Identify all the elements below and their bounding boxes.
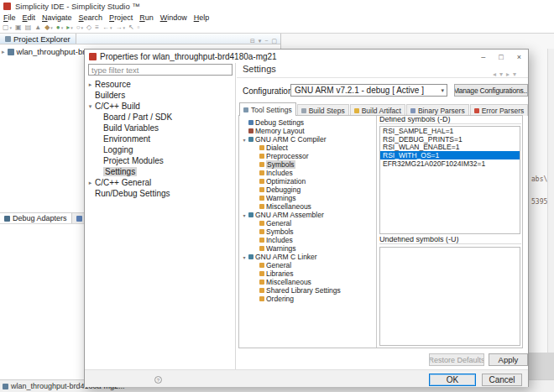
- symbol-list-item[interactable]: RSI_WITH_OS=1: [380, 151, 520, 159]
- add-icon[interactable]: +: [499, 117, 503, 124]
- properties-tree-item[interactable]: Project Modules: [87, 155, 234, 166]
- edit-icon[interactable]: ▪: [504, 237, 506, 244]
- tab-error-parsers[interactable]: Error Parsers: [470, 104, 529, 116]
- menu-edit[interactable]: Edit: [19, 13, 39, 22]
- add-icon[interactable]: +: [499, 237, 503, 244]
- help-icon[interactable]: ?: [154, 376, 162, 384]
- symbol-list-item[interactable]: RSI_WLAN_ENABLE=1: [380, 143, 520, 151]
- properties-tree-item[interactable]: Build Variables: [87, 123, 234, 133]
- delete-icon[interactable]: ×: [509, 237, 512, 244]
- properties-tree-item[interactable]: Board / Part / SDK: [87, 112, 234, 123]
- tool-tree-item[interactable]: Preprocessor: [239, 152, 376, 160]
- tab-debug-adapters[interactable]: Debug Adapters: [0, 213, 72, 223]
- properties-tree-item[interactable]: Environment: [87, 133, 234, 144]
- tool-tree-item[interactable]: General: [239, 219, 376, 227]
- tool-tree-item[interactable]: Libraries: [239, 269, 376, 278]
- properties-tree-item[interactable]: ▾ C/C++ Build: [87, 101, 234, 112]
- tool-tree-item[interactable]: Includes: [239, 169, 376, 177]
- tool-tree-item[interactable]: Ordering: [239, 295, 376, 303]
- tool-tree-item[interactable]: Symbols: [239, 160, 376, 169]
- menu-help[interactable]: Help: [191, 13, 213, 22]
- dialog-close-button[interactable]: ×: [517, 52, 521, 61]
- move-down-icon[interactable]: ↓: [519, 117, 522, 124]
- properties-tree-item[interactable]: Settings: [87, 166, 234, 177]
- properties-tree-item[interactable]: ▸ Resource: [87, 79, 234, 90]
- project-explorer-view-toolbar: ⊟▾−▢: [250, 31, 280, 46]
- delete-icon[interactable]: ×: [509, 117, 512, 124]
- tool-tree-item[interactable]: Debug Settings: [239, 118, 376, 127]
- tool-tree-item[interactable]: ▾ GNU ARM C Compiler: [239, 135, 376, 144]
- move-down-icon[interactable]: ↓: [519, 237, 522, 244]
- open-element-icon[interactable]: ≡: [94, 24, 100, 31]
- collapse-all-icon[interactable]: ⊟: [250, 31, 255, 46]
- apply-button[interactable]: Apply: [489, 353, 528, 366]
- back-icon[interactable]: ←: [102, 24, 113, 31]
- tab-project-explorer[interactable]: Project Explorer: [0, 34, 76, 44]
- maximize-icon[interactable]: ▢: [271, 31, 277, 46]
- tool-tree-item[interactable]: Optimization: [239, 177, 376, 186]
- configuration-select[interactable]: GNU ARM v7.2.1 - debug [ Active ] ▾: [290, 84, 447, 97]
- properties-tree-item[interactable]: Logging: [87, 144, 234, 155]
- dialog-minimize-button[interactable]: –: [481, 52, 485, 61]
- tab-icon: [354, 108, 359, 113]
- expander-icon[interactable]: ▸: [2, 49, 5, 55]
- build-icon[interactable]: ▲: [34, 24, 42, 31]
- new-project-icon[interactable]: ◆: [44, 24, 54, 31]
- tab-binary-parsers[interactable]: Binary Parsers: [406, 104, 469, 116]
- menu-project[interactable]: Project: [106, 13, 136, 22]
- tool-tree-item[interactable]: Includes: [239, 236, 376, 244]
- tool-tree-item[interactable]: Miscellaneous: [239, 202, 376, 211]
- tool-tree-item[interactable]: Warnings: [239, 244, 376, 253]
- symbol-list-item[interactable]: RSI_SAMPLE_HAL=1: [380, 127, 520, 135]
- tool-tree-item[interactable]: Memory Layout: [239, 127, 376, 135]
- tool-icon: [259, 229, 264, 234]
- menu-window[interactable]: Window: [157, 13, 191, 22]
- tool-tree-item[interactable]: Symbols: [239, 227, 376, 236]
- tool-tree-item[interactable]: Warnings: [239, 194, 376, 202]
- properties-tree-item[interactable]: Run/Debug Settings: [87, 188, 234, 199]
- manage-configurations-button[interactable]: Manage Configurations...: [454, 84, 528, 97]
- edit-icon[interactable]: ▪: [504, 117, 506, 124]
- filter-input[interactable]: [88, 64, 233, 76]
- ok-button[interactable]: OK: [429, 374, 476, 386]
- tool-tree-item[interactable]: Debugging: [239, 186, 376, 194]
- debug-icon[interactable]: ●: [55, 24, 64, 31]
- save-icon[interactable]: ▣: [14, 24, 23, 31]
- properties-tree-item[interactable]: ▸ C/C++ General: [87, 177, 234, 188]
- tool-icon: [259, 145, 264, 150]
- undefined-symbols-list[interactable]: [379, 247, 520, 346]
- external-tools-icon[interactable]: ○: [76, 24, 84, 31]
- dialog-maximize-button[interactable]: □: [499, 52, 503, 61]
- last-edit-icon[interactable]: ↖: [128, 24, 135, 31]
- minimize-icon[interactable]: −: [264, 31, 268, 46]
- cancel-button[interactable]: Cancel: [482, 374, 522, 386]
- tool-tree-item[interactable]: ▾ GNU ARM C Linker: [239, 253, 376, 261]
- tool-tree-item[interactable]: General: [239, 261, 376, 269]
- new-wizard-icon[interactable]: ▢: [2, 24, 13, 31]
- tab-build-steps[interactable]: Build Steps: [297, 104, 349, 116]
- symbol-list-item[interactable]: EFR32MG21A020F1024IM32=1: [380, 159, 520, 168]
- menu-search[interactable]: Search: [76, 13, 107, 22]
- save-all-icon[interactable]: ▤: [24, 24, 33, 31]
- menu-run[interactable]: Run: [136, 13, 157, 22]
- move-up-icon[interactable]: ↑: [514, 237, 517, 244]
- menu-navigate[interactable]: Navigate: [39, 13, 76, 22]
- move-up-icon[interactable]: ↑: [514, 117, 517, 124]
- tool-tree-item[interactable]: ▾ GNU ARM Assembler: [239, 211, 376, 219]
- search-icon[interactable]: ◇: [86, 24, 92, 31]
- symbol-list-item[interactable]: RSI_DEBUG_PRINTS=1: [380, 135, 520, 144]
- tab-build-artifact[interactable]: Build Artifact: [350, 104, 405, 116]
- pin-icon[interactable]: ▫: [137, 24, 141, 31]
- tool-tree-item[interactable]: Dialect: [239, 144, 376, 152]
- properties-tree-item[interactable]: Builders: [87, 90, 234, 101]
- editor-scrollbar[interactable]: [547, 49, 554, 353]
- project-explorer-icon: [5, 36, 11, 42]
- run-icon[interactable]: ▸: [65, 24, 74, 31]
- tool-tree-item[interactable]: Miscellaneous: [239, 278, 376, 286]
- forward-icon[interactable]: →: [114, 24, 126, 31]
- tab-tool-settings[interactable]: Tool Settings: [239, 102, 296, 116]
- restore-defaults-button[interactable]: Restore Defaults: [429, 353, 484, 366]
- tool-tree-item[interactable]: Shared Library Settings: [239, 286, 376, 295]
- menu-file[interactable]: File: [0, 13, 19, 22]
- view-menu-icon[interactable]: ▾: [259, 31, 262, 46]
